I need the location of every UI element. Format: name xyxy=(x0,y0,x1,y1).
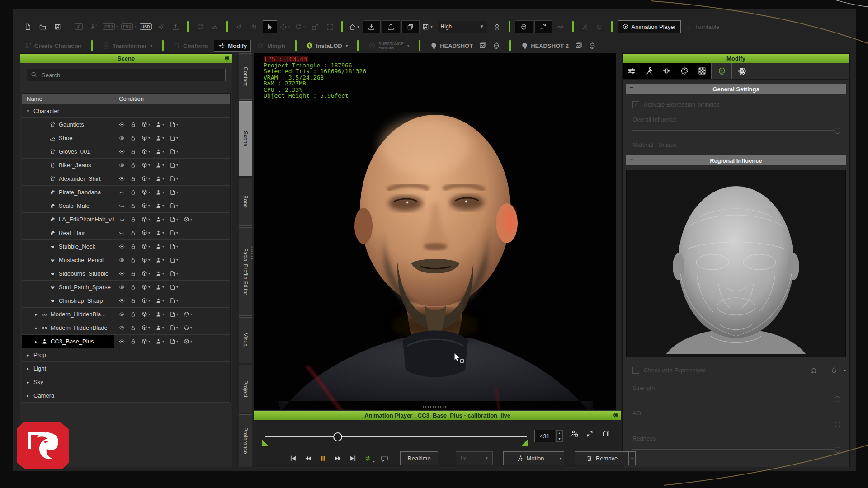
splitter-handle[interactable]: •••••• xyxy=(250,246,253,260)
send-file-icon[interactable] xyxy=(154,21,168,33)
chevron-down-icon[interactable]: ▾ xyxy=(176,326,178,330)
material-page-icon[interactable] xyxy=(170,189,175,195)
mesh-cube-icon[interactable] xyxy=(142,189,147,195)
collapse-icon[interactable]: − xyxy=(630,84,633,91)
scene-row[interactable]: Sideburns_Stubble▾▾▾ xyxy=(22,267,230,281)
toolbar-item-headshot-2[interactable]: HEADSHOT 2 xyxy=(517,40,599,51)
scene-row[interactable]: LA_ErikPirateHair_v1▾▾▾▾ xyxy=(22,213,230,226)
avatar-person-icon[interactable] xyxy=(156,203,161,209)
chevron-down-icon[interactable]: ▾ xyxy=(176,217,178,221)
avatar-person-icon[interactable] xyxy=(156,325,161,331)
redo-icon[interactable]: ↻ xyxy=(248,21,261,33)
ic-import-icon[interactable]: iC xyxy=(72,21,85,33)
visibility-eye-icon[interactable] xyxy=(119,284,125,290)
mesh-cube-icon[interactable] xyxy=(142,311,147,317)
mesh-cube-icon[interactable] xyxy=(142,298,147,304)
chevron-down-icon[interactable]: ▾ xyxy=(148,339,150,343)
droplet-icon[interactable] xyxy=(827,364,841,376)
new-project-icon[interactable] xyxy=(21,21,34,33)
chevron-down-icon[interactable]: ▾ xyxy=(162,177,164,181)
close-icon[interactable]: ⊗ xyxy=(613,411,618,418)
rotate-tool-icon[interactable]: ▾ xyxy=(293,21,307,33)
side-tab-project[interactable]: Project xyxy=(239,365,252,413)
chevron-down-icon[interactable]: ▾ xyxy=(148,285,150,289)
chevron-down-icon[interactable]: ▾ xyxy=(176,339,178,343)
chevron-down-icon[interactable]: ▾ xyxy=(148,231,150,235)
scene-row[interactable]: ▸Light xyxy=(22,362,230,375)
expander-closed-icon[interactable]: ▸ xyxy=(34,339,38,344)
expander-closed-icon[interactable]: ▸ xyxy=(26,353,30,357)
avatar-person-icon[interactable] xyxy=(156,338,161,344)
chevron-down-icon[interactable]: ▾ xyxy=(176,258,178,262)
column-condition[interactable]: Condition xyxy=(114,94,230,104)
chevron-down-icon[interactable]: ▾ xyxy=(148,136,150,140)
chevron-down-icon[interactable]: ▾ xyxy=(162,285,164,289)
player-drag-handle[interactable]: •••••••••• xyxy=(422,404,447,409)
scene-row-name[interactable]: Sideburns_Stubble xyxy=(22,267,114,280)
lock-open-icon[interactable] xyxy=(130,311,136,317)
expander-closed-icon[interactable]: ▸ xyxy=(26,394,30,398)
visibility-off-icon[interactable] xyxy=(119,230,125,236)
timeline-icon[interactable] xyxy=(593,21,607,33)
chevron-down-icon[interactable]: ▾ xyxy=(190,326,192,330)
mesh-cube-icon[interactable] xyxy=(142,122,147,127)
avatar-person-icon[interactable] xyxy=(156,176,161,182)
scene-row-name[interactable]: Pirate_Bandana xyxy=(22,186,114,199)
chevron-down-icon[interactable]: ▾ xyxy=(176,299,178,303)
chevron-down-icon[interactable]: ▾ xyxy=(190,312,192,316)
mesh-cube-icon[interactable] xyxy=(142,216,147,222)
lock-open-icon[interactable] xyxy=(130,230,136,236)
chevron-down-icon[interactable]: ▾ xyxy=(176,177,178,181)
chevron-down-icon[interactable]: ▾ xyxy=(176,190,178,194)
chevron-down-icon[interactable]: ▾ xyxy=(162,122,164,127)
loop-icon[interactable] xyxy=(362,453,373,464)
import-content-icon[interactable] xyxy=(363,20,381,33)
visibility-eye-icon[interactable] xyxy=(119,257,125,263)
side-tab-scene[interactable]: Scene xyxy=(239,101,252,176)
character-import-icon[interactable] xyxy=(87,21,100,33)
chevron-down-icon[interactable]: ▾ xyxy=(162,231,164,235)
exclude-icon[interactable] xyxy=(184,216,189,222)
scene-row-name[interactable]: ▸Camera xyxy=(22,389,114,402)
scene-row-name[interactable]: ▸Modern_HiddenBla... xyxy=(22,308,114,321)
lock-open-icon[interactable] xyxy=(130,284,136,290)
squeeze-icon[interactable] xyxy=(658,63,675,79)
save-project-icon[interactable] xyxy=(51,21,64,33)
mesh-cube-icon[interactable] xyxy=(142,176,147,182)
chevron-down-icon[interactable]: ▾ xyxy=(176,244,178,249)
loop-start-marker[interactable] xyxy=(262,440,268,446)
chevron-down-icon[interactable]: ▾ xyxy=(162,136,164,140)
chevron-down-icon[interactable]: ▾ xyxy=(162,326,164,330)
visibility-eye-icon[interactable] xyxy=(119,298,125,304)
chevron-down-icon[interactable]: ▾ xyxy=(629,451,636,465)
scene-row-name[interactable]: Soul_Patch_Sparse xyxy=(22,281,114,294)
side-tab-visual[interactable]: Visual xyxy=(239,317,252,364)
scene-row-name[interactable]: Scalp_Male xyxy=(22,199,114,212)
material-page-icon[interactable] xyxy=(170,244,175,249)
scene-row-name[interactable]: Real_Hair xyxy=(22,226,114,239)
chevron-down-icon[interactable]: ▾ xyxy=(148,312,150,316)
pause-icon[interactable] xyxy=(317,453,328,464)
viewport-3d[interactable]: FPS : 103.43 Project Triangle : 187966Se… xyxy=(254,53,616,410)
visibility-off-icon[interactable] xyxy=(119,203,125,209)
chevron-down-icon[interactable]: ▾ xyxy=(176,204,178,208)
scene-row[interactable]: Soul_Patch_Sparse▾▾▾ xyxy=(22,281,230,294)
speed-select[interactable]: 1x▼ xyxy=(456,451,493,465)
fbx-export-icon[interactable]: FBX▾ xyxy=(120,21,137,33)
mesh-cube-icon[interactable] xyxy=(142,149,147,155)
material-page-icon[interactable] xyxy=(170,230,175,236)
material-page-icon[interactable] xyxy=(170,216,175,222)
avatar-person-icon[interactable] xyxy=(156,122,161,127)
avatar-person-icon[interactable] xyxy=(156,189,161,195)
avatar-person-icon[interactable] xyxy=(156,135,161,141)
avatar-person-icon[interactable] xyxy=(156,271,161,277)
regional-influence-header[interactable]: − Regional Influence xyxy=(626,155,846,165)
save-pack-icon[interactable]: ▾ xyxy=(421,21,434,33)
usd-export-icon[interactable]: USD xyxy=(139,21,153,33)
select-tool-icon[interactable] xyxy=(263,20,277,33)
upload-icon[interactable] xyxy=(169,21,183,33)
lock-open-icon[interactable] xyxy=(130,216,136,222)
visibility-off-icon[interactable] xyxy=(119,216,125,222)
visibility-eye-icon[interactable] xyxy=(119,311,125,317)
toolbar-item-conform[interactable]: Conform xyxy=(170,40,211,51)
